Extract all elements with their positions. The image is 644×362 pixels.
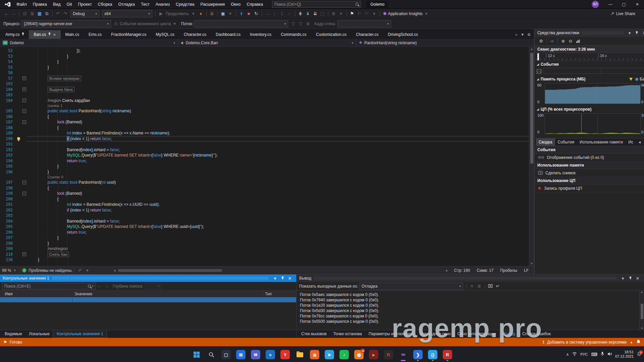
pin-icon[interactable] — [634, 29, 640, 36]
close-panel-icon[interactable]: ✕ — [641, 29, 644, 36]
lightbulb-icon[interactable] — [17, 137, 20, 140]
menu-Окно[interactable]: Окно — [228, 0, 244, 9]
maximize-button[interactable]: ▢ — [617, 0, 631, 9]
collapse-region-icon[interactable]: − — [22, 192, 26, 195]
scroll-down-icon[interactable]: ▼ — [530, 261, 533, 266]
redo-icon[interactable]: ↷ — [62, 10, 69, 17]
output-source-combo[interactable]: Отладка▾ — [359, 283, 463, 290]
prev-bookmark-icon[interactable]: ⚐ — [356, 10, 363, 17]
diag-tab-Использование памяти[interactable]: Использование памяти — [577, 138, 626, 146]
zoom-out-icon[interactable]: ⊖ — [567, 38, 574, 45]
edge-browser-icon[interactable]: e — [264, 350, 277, 361]
task-view-button[interactable]: ▢ — [220, 350, 232, 361]
diag-tab-Ис[interactable]: Ис — [626, 138, 636, 146]
watch-column-headers[interactable]: Имя Значение Тип — [0, 291, 296, 297]
collapsed-region-label[interactable]: Выдача бана — [48, 87, 74, 92]
tab-list-icon[interactable]: ▼ — [521, 33, 524, 37]
memory-section-header[interactable]: Память процесса (МБ) — [541, 77, 586, 81]
browser-link-caret-icon[interactable]: ▾ — [227, 10, 234, 17]
stop-icon[interactable]: ■ — [246, 10, 252, 17]
tab-commands-cs[interactable]: Commands.cs — [276, 30, 311, 39]
search-depth-combo[interactable]: ▾ — [145, 283, 162, 289]
file-explorer-icon[interactable] — [293, 350, 306, 361]
telegram-app-icon[interactable]: ➤ — [323, 350, 336, 361]
quick-search-box[interactable]: Поиск (Ctrl+Q) — [272, 1, 361, 8]
search-back-icon[interactable]: ← — [96, 283, 103, 290]
hscroll-left-icon[interactable]: ◂ — [111, 267, 118, 274]
terminal-app-icon[interactable]: ❯ — [412, 350, 424, 361]
problems-status[interactable]: Проблемы не найдены. — [29, 268, 72, 273]
timeline-ruler[interactable]: 12 с16 с — [536, 53, 644, 61]
tab-fractionmanager-cs[interactable]: FractionManager.cs — [106, 30, 151, 39]
search-button[interactable] — [205, 350, 218, 361]
window-position-caret-icon[interactable]: ▾ — [626, 29, 633, 36]
next-bookmark-icon[interactable]: ⚐ — [364, 10, 370, 17]
pin-icon[interactable] — [48, 33, 51, 37]
code-cleanup-icon[interactable]: ✐ — [76, 267, 83, 274]
browser-link-icon[interactable]: ▣ — [220, 10, 226, 17]
tab-ban-cs[interactable]: Ban.cs✕ — [29, 30, 60, 39]
watch-tab-Контрольные значения 1[interactable]: Контрольные значения 1 — [53, 330, 107, 338]
spotify-app-icon[interactable]: ♪ — [338, 350, 351, 361]
close-button[interactable]: ✕ — [631, 0, 644, 9]
flag-threads-icon[interactable]: ▽ — [290, 20, 297, 27]
tab-army-cs[interactable]: Army.cs — [1, 30, 29, 39]
tab-drivingschool-cs[interactable]: DrivingSchool.cs — [383, 30, 423, 39]
watch-close-icon[interactable]: ✕ — [286, 275, 293, 282]
editor-horizontal-scrollbar[interactable] — [118, 269, 443, 272]
apply-code-changes-icon[interactable]: ⇓ — [305, 10, 311, 17]
line-indent-icon[interactable]: ≣ — [330, 10, 337, 17]
hot-path-icon[interactable]: ⬚ — [319, 10, 326, 17]
background-tasks-icon[interactable]: ⚑ — [3, 340, 7, 345]
continue-caret-icon[interactable]: ▾ — [190, 10, 197, 17]
tab-ems-cs[interactable]: Ems.cs — [84, 30, 106, 39]
tab-scroll-left-icon[interactable]: « — [515, 33, 517, 37]
line-unindent-icon[interactable]: ≡ — [338, 10, 344, 17]
menu-Git[interactable]: Git — [64, 0, 75, 9]
menu-Вид[interactable]: Вид — [50, 0, 64, 9]
lifecycle-events-icon[interactable]: ⎙ — [113, 20, 119, 27]
close-tab-icon[interactable]: ✕ — [53, 33, 56, 37]
goto-message-icon[interactable]: ≣ — [476, 283, 483, 290]
save-icon[interactable]: ▦ — [36, 10, 43, 17]
pin-icon[interactable] — [22, 33, 24, 37]
menu-Файл[interactable]: Файл — [13, 0, 30, 9]
hidden-icons-chevron[interactable]: ∧ — [566, 352, 569, 357]
collapsed-region-label[interactable]: Снять бан — [48, 252, 69, 257]
ragemp-app-icon[interactable]: R — [441, 350, 454, 361]
tab-character-cs[interactable]: Character.cs — [179, 30, 211, 39]
app-insights-group[interactable]: Application Insights ▾ — [382, 10, 430, 17]
export-icon[interactable]: ⇨ — [549, 38, 555, 45]
taskbar-clock[interactable]: 18:51 07.12.2021 — [615, 350, 634, 359]
timeline-left-handle[interactable] — [537, 53, 539, 60]
code-editor[interactable]: 52});53}54}55}5657+Всякие проверки103104… — [0, 47, 534, 266]
collapse-region-icon[interactable]: − — [22, 120, 26, 124]
undo-icon[interactable]: ↶ — [55, 10, 61, 17]
breadcrumb-type-combo[interactable]: ◈ Golemo.Core.Ban▾ — [178, 39, 356, 47]
widgets-button[interactable]: ⊞ — [234, 350, 247, 361]
watch-pin-icon[interactable] — [279, 275, 286, 282]
watch-tab-Локальные[interactable]: Локальные — [25, 330, 53, 338]
debug-config-combo[interactable]: Debug▾ — [70, 10, 99, 17]
app-orange-icon[interactable]: ◉ — [308, 350, 321, 361]
eol-indicator[interactable]: LF — [524, 268, 529, 273]
collapsed-region-label[interactable]: Всякие проверки — [48, 76, 81, 81]
add-to-source-control-button[interactable]: Добавить в систему управления версиями — [547, 340, 627, 345]
continue-label[interactable]: Продолжить — [166, 11, 189, 16]
nav-forward-icon[interactable]: → — [10, 10, 17, 17]
breadcrumb-project-combo[interactable]: C# Golemo▾ — [0, 39, 178, 47]
bookmark-icon[interactable]: ⚑ — [349, 10, 356, 17]
continue-icon[interactable]: ▶ — [158, 10, 164, 17]
scroll-up-icon[interactable]: ▲ — [530, 47, 533, 52]
code-analysis-icon[interactable]: ⋕ — [297, 10, 304, 17]
collapse-region-icon[interactable]: − — [22, 181, 26, 184]
output-tab-Стек вызовов[interactable]: Стек вызовов — [298, 330, 330, 338]
reset-view-icon[interactable] — [575, 38, 581, 45]
step-over-icon[interactable]: ⤵ — [279, 10, 285, 17]
show-events-link[interactable]: ⊙⊙ Отображение событий (0 из 0) — [535, 154, 644, 162]
apply-all-changes-icon[interactable]: ⇊ — [312, 10, 319, 17]
watch-empty-row-selected[interactable] — [0, 297, 296, 302]
step-out-icon[interactable]: ↑ — [286, 10, 293, 17]
touch-keyboard-icon[interactable]: ⌨ — [591, 352, 597, 357]
visual-studio-icon[interactable]: ∞ — [397, 350, 410, 361]
